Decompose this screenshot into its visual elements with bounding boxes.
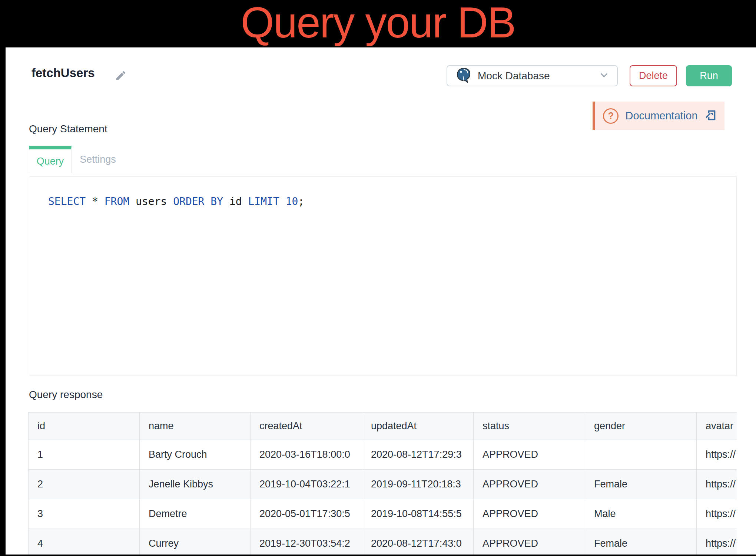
help-circle-icon: ? — [603, 108, 619, 124]
cell-createdAt: 2020-05-01T17:30:5 — [251, 499, 362, 529]
table-body: 1Barty Crouch2020-03-16T18:00:02020-08-1… — [29, 440, 737, 555]
sql-token-number: 10 — [286, 195, 298, 208]
cell-id: 4 — [29, 529, 140, 555]
cell-updatedAt: 2019-10-08T14:55:5 — [362, 499, 474, 529]
cell-gender — [585, 440, 697, 470]
sql-editor[interactable]: SELECT * FROM users ORDER BY id LIMIT 10… — [29, 176, 737, 375]
query-name: fetchUsers — [32, 66, 95, 80]
query-response-table: idnamecreatedAtupdatedAtstatusgenderavat… — [28, 412, 737, 555]
cell-createdAt: 2020-03-16T18:00:0 — [251, 440, 362, 470]
cell-name: Currey — [140, 529, 251, 555]
cell-status: APPROVED — [474, 499, 585, 529]
external-link-icon — [704, 109, 716, 123]
cell-id: 3 — [29, 499, 140, 529]
edit-pencil-icon[interactable] — [115, 70, 127, 83]
documentation-link[interactable]: ? Documentation — [595, 102, 724, 130]
sql-token-plain: users — [129, 195, 173, 208]
cell-status: APPROVED — [474, 529, 585, 555]
cell-createdAt: 2019-12-30T03:54:2 — [251, 529, 362, 555]
table-row: 4Currey2019-12-30T03:54:22020-08-12T17:4… — [29, 529, 737, 555]
query-response-label: Query response — [29, 389, 103, 401]
sql-token-plain: * — [86, 195, 105, 208]
cell-gender: Female — [585, 470, 697, 499]
sql-token-plain: id — [223, 195, 248, 208]
query-panel: fetchUsers Mock Database Delete Run ? — [6, 47, 756, 555]
database-selected-value: Mock Database — [478, 70, 598, 82]
table-header-row: idnamecreatedAtupdatedAtstatusgenderavat… — [29, 413, 737, 440]
cell-status: APPROVED — [474, 470, 585, 499]
cell-updatedAt: 2019-09-11T20:18:3 — [362, 470, 474, 499]
banner-title: Query your DB — [0, 0, 756, 45]
cell-gender: Male — [585, 499, 697, 529]
app-window: Query your DB fetchUsers Mock Database D… — [0, 0, 756, 556]
tab-settings[interactable]: Settings — [72, 146, 124, 173]
cell-name: Jenelle Kibbys — [140, 470, 251, 499]
table-row: 3Demetre2020-05-01T17:30:52019-10-08T14:… — [29, 499, 737, 529]
column-header-updatedAt: updatedAt — [362, 413, 474, 440]
database-dropdown[interactable]: Mock Database — [447, 65, 618, 86]
column-header-gender: gender — [585, 413, 697, 440]
table-row: 2Jenelle Kibbys2019-10-04T03:22:12019-09… — [29, 470, 737, 499]
cell-gender: Female — [585, 529, 697, 555]
cell-avatar: https:// — [697, 499, 737, 529]
tab-query[interactable]: Query — [29, 146, 72, 173]
postgresql-elephant-icon — [456, 67, 471, 85]
column-header-avatar: avatar — [697, 413, 737, 440]
delete-button[interactable]: Delete — [630, 65, 677, 86]
cell-avatar: https:// — [697, 440, 737, 470]
table-row: 1Barty Crouch2020-03-16T18:00:02020-08-1… — [29, 440, 737, 470]
cell-updatedAt: 2020-08-12T17:43:0 — [362, 529, 474, 555]
cell-avatar: https:// — [697, 529, 737, 555]
column-header-name: name — [140, 413, 251, 440]
cell-avatar: https:// — [697, 470, 737, 499]
cell-updatedAt: 2020-08-12T17:29:3 — [362, 440, 474, 470]
run-button[interactable]: Run — [686, 65, 732, 86]
column-header-id: id — [29, 413, 140, 440]
cell-id: 1 — [29, 440, 140, 470]
column-header-createdAt: createdAt — [251, 413, 362, 440]
cell-status: APPROVED — [474, 440, 585, 470]
sql-token-keyword: ORDER BY — [173, 195, 223, 208]
sql-code-line: SELECT * FROM users ORDER BY id LIMIT 10… — [29, 177, 736, 208]
sql-token-keyword: LIMIT — [248, 195, 279, 208]
sql-token-plain — [279, 195, 286, 208]
documentation-label: Documentation — [625, 110, 697, 122]
query-statement-label: Query Statement — [29, 123, 107, 135]
sql-token-plain: ; — [298, 195, 304, 208]
sql-token-keyword: FROM — [105, 195, 129, 208]
chevron-down-icon — [598, 70, 610, 82]
cell-createdAt: 2019-10-04T03:22:1 — [251, 470, 362, 499]
top-banner: Query your DB — [0, 0, 756, 47]
cell-name: Barty Crouch — [140, 440, 251, 470]
column-header-status: status — [474, 413, 585, 440]
tabstrip-divider — [72, 173, 737, 173]
cell-name: Demetre — [140, 499, 251, 529]
sql-token-keyword: SELECT — [48, 195, 86, 208]
cell-id: 2 — [29, 470, 140, 499]
